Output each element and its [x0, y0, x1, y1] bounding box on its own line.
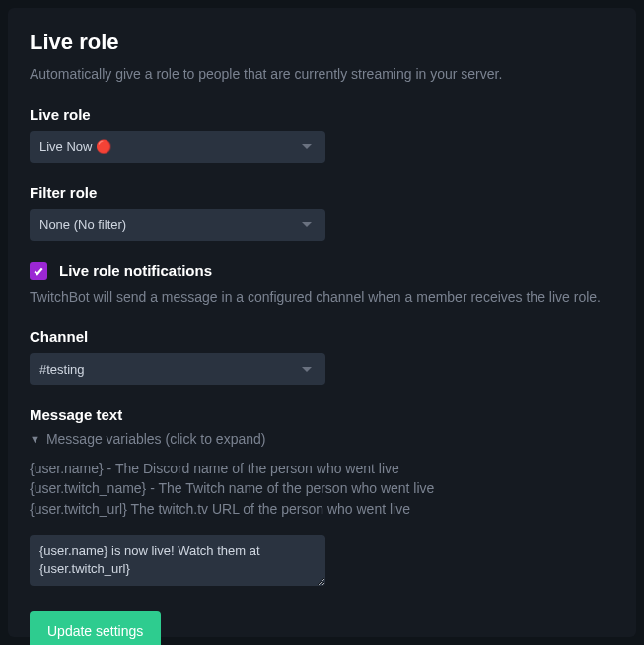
message-text-input[interactable]	[30, 535, 325, 586]
channel-label: Channel	[30, 328, 614, 345]
filter-role-select[interactable]: None (No filter)	[30, 209, 325, 241]
triangle-down-icon: ▼	[30, 433, 40, 445]
message-text-label: Message text	[30, 406, 614, 423]
live-role-value: Live Now 🔴	[39, 139, 111, 154]
chevron-down-icon	[302, 367, 312, 372]
notifications-checkbox[interactable]	[30, 262, 47, 280]
channel-select[interactable]: #testing	[30, 353, 325, 385]
check-icon	[33, 265, 44, 277]
page-title: Live role	[30, 30, 614, 55]
live-role-label: Live role	[30, 107, 614, 123]
filter-role-label: Filter role	[30, 184, 614, 201]
notifications-label: Live role notifications	[59, 262, 212, 279]
chevron-down-icon	[302, 222, 312, 227]
channel-value: #testing	[39, 362, 85, 377]
chevron-down-icon	[302, 144, 312, 149]
live-role-panel: Live role Automatically give a role to p…	[8, 8, 636, 637]
expander-label: Message variables (click to expand)	[46, 431, 266, 447]
message-variables-expander[interactable]: ▼ Message variables (click to expand)	[30, 431, 614, 447]
message-variables-list: {user.name} - The Discord name of the pe…	[30, 459, 614, 519]
filter-role-value: None (No filter)	[39, 217, 126, 232]
live-role-select[interactable]: Live Now 🔴	[30, 131, 325, 163]
update-settings-button[interactable]: Update settings	[30, 611, 161, 645]
notifications-help: TwitchBot will send a message in a confi…	[30, 288, 614, 308]
page-subtitle: Automatically give a role to people that…	[30, 65, 614, 85]
